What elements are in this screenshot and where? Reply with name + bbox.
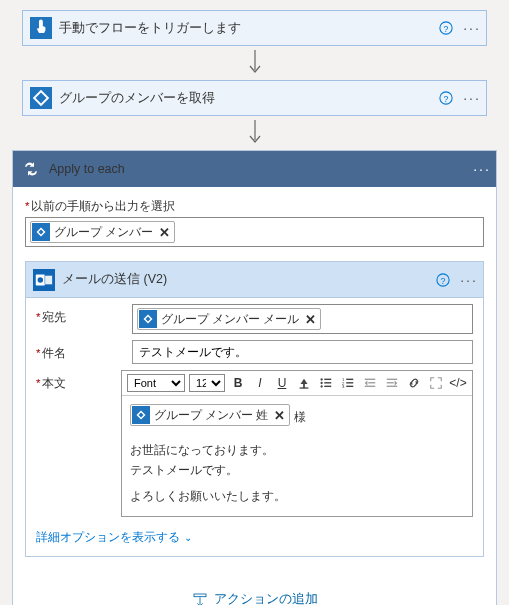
svg-rect-39 [387,379,398,380]
apply-to-each-title: Apply to each [49,162,468,176]
svg-rect-24 [324,379,331,380]
apply-to-each-container: Apply to each ··· *以前の手順から出力を選択 グループ メンバ… [12,150,497,605]
svg-marker-21 [301,379,308,384]
svg-rect-38 [365,386,376,387]
get-members-step[interactable]: グループのメンバーを取得 ? ··· [22,80,487,116]
more-icon[interactable]: ··· [468,157,496,181]
svg-rect-36 [368,382,375,383]
advanced-options-link[interactable]: 詳細オプションを表示する ⌄ [36,529,473,546]
to-label: *宛先 [36,304,132,325]
svg-text:?: ? [444,94,449,104]
subject-input[interactable] [132,340,473,364]
token-remove-icon[interactable]: ✕ [274,408,285,423]
svg-rect-28 [324,386,331,387]
svg-text:3: 3 [342,384,345,389]
rte-body[interactable]: グループ メンバー 姓 ✕ 様 お世話になっております。 テストメールです。 よ… [122,396,472,516]
underline-button[interactable]: U [273,374,291,392]
svg-point-27 [320,385,322,387]
svg-text:?: ? [441,275,446,285]
more-icon[interactable]: ··· [455,268,483,292]
svg-rect-32 [346,382,353,383]
more-icon[interactable]: ··· [458,86,486,110]
subject-label: *件名 [36,340,132,361]
azure-ad-icon [32,223,50,241]
svg-rect-40 [387,382,394,383]
richtext-editor: Font 12 B I U 123 [121,370,473,517]
connector-arrow [10,116,499,150]
add-action-button[interactable]: アクションの追加 [25,591,484,605]
chevron-down-icon: ⌄ [184,532,192,543]
outlook-icon [26,262,62,298]
apply-to-each-header[interactable]: Apply to each ··· [13,151,496,187]
strike-button[interactable] [295,374,313,392]
azure-ad-icon [23,80,59,116]
italic-button[interactable]: I [251,374,269,392]
svg-point-23 [320,378,322,380]
send-mail-step: メールの送信 (V2) ? ··· *宛先 グループ メンバー メール [25,261,484,557]
svg-rect-42 [387,386,398,387]
dynamic-token[interactable]: グループ メンバー 姓 ✕ [130,404,290,426]
svg-rect-22 [300,387,309,388]
fontsize-select[interactable]: 12 [189,374,225,392]
dynamic-token[interactable]: グループ メンバー メール ✕ [137,308,321,330]
outdent-button[interactable] [361,374,379,392]
help-icon[interactable]: ? [434,86,458,110]
svg-rect-45 [194,594,206,597]
svg-text:?: ? [444,24,449,34]
body-label: *本文 [36,370,121,391]
token-remove-icon[interactable]: ✕ [159,225,170,240]
rte-toolbar: Font 12 B I U 123 [122,371,472,396]
svg-rect-35 [365,379,376,380]
help-icon[interactable]: ? [434,16,458,40]
more-icon[interactable]: ··· [458,16,486,40]
trigger-title: 手動でフローをトリガーします [59,20,434,37]
apply-input-field[interactable]: グループ メンバー ✕ [25,217,484,247]
svg-rect-30 [346,379,353,380]
send-mail-header[interactable]: メールの送信 (V2) ? ··· [26,262,483,298]
svg-rect-34 [346,386,353,387]
bullet-list-button[interactable] [317,374,335,392]
add-action-icon [192,592,208,605]
svg-marker-41 [395,380,398,385]
link-button[interactable] [405,374,423,392]
get-members-title: グループのメンバーを取得 [59,90,434,107]
svg-point-25 [320,382,322,384]
svg-rect-26 [324,382,331,383]
bold-button[interactable]: B [229,374,247,392]
apply-input-label: *以前の手順から出力を選択 [25,199,484,214]
code-view-button[interactable]: </> [449,374,467,392]
font-select[interactable]: Font [127,374,185,392]
expand-button[interactable] [427,374,445,392]
number-list-button[interactable]: 123 [339,374,357,392]
token-remove-icon[interactable]: ✕ [305,312,316,327]
trigger-step[interactable]: 手動でフローをトリガーします ? ··· [22,10,487,46]
svg-point-14 [38,277,44,283]
help-icon[interactable]: ? [431,268,455,292]
connector-arrow [10,46,499,80]
send-mail-title: メールの送信 (V2) [62,271,431,288]
azure-ad-icon [139,310,157,328]
indent-button[interactable] [383,374,401,392]
svg-rect-15 [45,275,52,284]
svg-marker-37 [365,380,368,385]
touch-icon [23,10,59,46]
to-field[interactable]: グループ メンバー メール ✕ [132,304,473,334]
loop-icon [13,151,49,187]
azure-ad-icon [132,406,150,424]
dynamic-token[interactable]: グループ メンバー ✕ [30,221,175,243]
